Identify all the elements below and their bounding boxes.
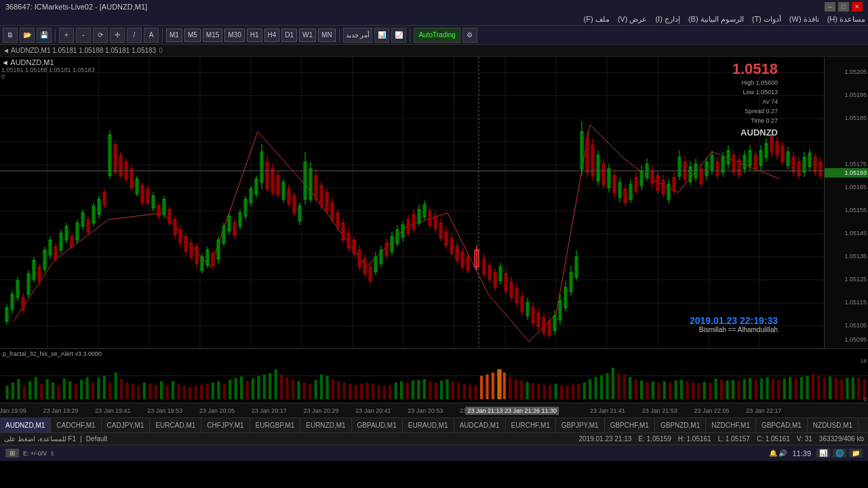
open-button[interactable]: 📂: [20, 28, 35, 43]
tab-audnzd[interactable]: AUDNZD,M1: [0, 418, 51, 432]
status-low: L: 1.05157: [718, 435, 750, 443]
svg-rect-386: [229, 380, 231, 399]
time-label-6: 23 Jan 20:17: [252, 407, 287, 414]
status-high: H: 1.05161: [678, 435, 711, 443]
tab-gbpaud[interactable]: GBPAUD,M1: [352, 418, 403, 432]
svg-rect-356: [57, 386, 60, 399]
tab-nzdchf[interactable]: NZDCHF,M1: [706, 418, 756, 432]
menu-file[interactable]: ملف (F): [584, 15, 610, 24]
symbol-tabs: AUDNZD,M1 CADCHF,M1 CADJPY,M1 EURCAD,M1 …: [0, 418, 868, 432]
crosshair-button[interactable]: ✛: [110, 28, 125, 43]
title-bar: 368647: ICMarkets-Live02 - [AUDNZD,M1] ─…: [0, 0, 868, 14]
svg-rect-433: [497, 369, 501, 399]
tab-cadchf[interactable]: CADCHF,M1: [51, 418, 101, 432]
svg-rect-429: [475, 385, 477, 399]
tf-h1[interactable]: H1: [247, 28, 262, 42]
indicator-button[interactable]: 📈: [391, 28, 406, 43]
start-button[interactable]: ⊞: [5, 449, 19, 458]
tab-nzdusd[interactable]: NZDUSD,M1: [808, 418, 859, 432]
svg-rect-349: [17, 379, 20, 399]
tab-eurgbp[interactable]: EURGBP,M1: [250, 418, 301, 432]
taskbar-app-1[interactable]: 📊: [816, 449, 830, 458]
tf-m30[interactable]: M30: [224, 28, 244, 42]
strategy-tester[interactable]: ⚙: [462, 28, 477, 43]
taskbar-ε: ε: [51, 449, 54, 457]
svg-rect-431: [486, 375, 488, 400]
chart-container[interactable]: ◄ AUDNZD,M1 1.05181 1.05188 1.05181 1.05…: [0, 57, 824, 348]
tab-euraud[interactable]: EURAUD,M1: [403, 418, 454, 432]
svg-rect-455: [623, 375, 626, 400]
svg-rect-381: [200, 384, 203, 399]
svg-rect-382: [205, 384, 208, 399]
tab-gbpnzd[interactable]: GBPNZD,M1: [655, 418, 706, 432]
svg-rect-421: [429, 381, 431, 399]
menu-charts[interactable]: الرسوم البيانية (B): [688, 15, 744, 24]
tab-eurchf[interactable]: EURCHF,M1: [506, 418, 556, 432]
svg-rect-354: [45, 379, 48, 399]
svg-rect-450: [595, 377, 597, 399]
svg-rect-490: [823, 377, 826, 399]
tab-cadjpy[interactable]: CADJPY,M1: [102, 418, 151, 432]
tf-m15[interactable]: M15: [203, 28, 222, 42]
maximize-button[interactable]: □: [838, 2, 849, 12]
svg-rect-415: [395, 382, 397, 399]
tab-gbpchf[interactable]: GBPCHF,M1: [605, 418, 655, 432]
text-button[interactable]: A: [144, 28, 159, 43]
tab-gbpcad[interactable]: GBPCAD,M1: [756, 418, 808, 432]
tab-eurcad[interactable]: EURCAD,M1: [150, 418, 201, 432]
history-button[interactable]: 📊: [374, 28, 389, 43]
tf-w1[interactable]: W1: [299, 28, 316, 42]
autotrading-button[interactable]: AutoTrading: [414, 28, 460, 43]
menu-view[interactable]: عرض (V): [618, 15, 648, 24]
svg-text:1.05105: 1.05105: [844, 322, 867, 329]
taskbar-systray: 🔔 🔊: [769, 449, 787, 457]
av-value: 74: [771, 98, 778, 105]
menu-window[interactable]: نافذة (W): [789, 15, 819, 24]
status-help: للمساعدة، اضغط على F1: [4, 435, 76, 443]
save-button[interactable]: 💾: [37, 28, 52, 43]
tab-gbpjpy[interactable]: GBPJPY,M1: [556, 418, 605, 432]
zoom-in-button[interactable]: +: [59, 28, 74, 43]
tf-h4[interactable]: H4: [264, 28, 280, 42]
taskbar-app-2[interactable]: 🌐: [833, 449, 846, 458]
close-button[interactable]: ✕: [852, 2, 863, 12]
svg-rect-385: [223, 384, 226, 399]
zoom-out-button[interactable]: -: [76, 28, 91, 43]
time-label-12: 23 Jan 21:53: [642, 407, 677, 414]
tab-eurnzd[interactable]: EURNZD,M1: [300, 418, 351, 432]
menu-help[interactable]: مساعدة (H): [827, 15, 865, 24]
svg-rect-402: [320, 375, 323, 400]
svg-rect-448: [583, 382, 586, 399]
title-bar-text: 368647: ICMarkets-Live02 - [AUDNZD,M1]: [5, 3, 147, 11]
tab-chfjpy[interactable]: CHFJPY,M1: [201, 418, 250, 432]
minimize-button[interactable]: ─: [825, 2, 835, 12]
spread-value: 0.27: [766, 108, 778, 115]
tab-audcad[interactable]: AUDCAD,M1: [454, 418, 506, 432]
tf-mn[interactable]: MN: [318, 28, 336, 42]
tf-m5[interactable]: M5: [184, 28, 201, 42]
svg-rect-407: [349, 384, 351, 399]
svg-rect-401: [315, 380, 317, 399]
menu-tools[interactable]: أدوات (T): [752, 15, 781, 24]
svg-rect-485: [794, 378, 797, 399]
taskbar-app-3[interactable]: 📁: [849, 449, 863, 458]
tf-d1[interactable]: D1: [281, 28, 297, 42]
svg-rect-479: [760, 378, 763, 399]
taskbar-time: 11:39: [792, 449, 811, 458]
tf-m1[interactable]: M1: [166, 28, 182, 42]
line-button[interactable]: /: [127, 28, 142, 43]
svg-rect-477: [749, 378, 751, 399]
svg-rect-390: [252, 378, 254, 399]
svg-rect-413: [383, 386, 386, 399]
menu-insert[interactable]: إدارج (I): [655, 15, 679, 24]
new-chart-button[interactable]: 🗎: [3, 28, 18, 43]
current-price: 1.0518: [732, 60, 778, 78]
new-order-button[interactable]: أمر جديد: [343, 28, 373, 43]
svg-rect-487: [806, 376, 808, 400]
svg-rect-459: [646, 382, 648, 399]
svg-rect-370: [137, 386, 140, 399]
svg-rect-427: [463, 384, 466, 399]
av-label: Av: [762, 98, 771, 105]
svg-rect-434: [503, 373, 506, 400]
autoscroll-button[interactable]: ⟳: [93, 28, 108, 43]
